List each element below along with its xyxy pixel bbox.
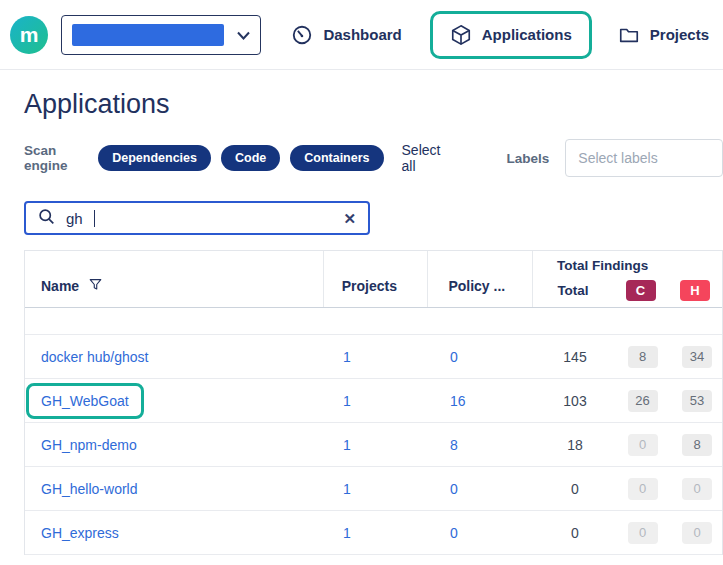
total-findings-subheader: Total C H: [533, 280, 722, 301]
nav-projects[interactable]: Projects: [618, 24, 709, 46]
high-count-badge: 53: [682, 390, 712, 412]
search-value: gh: [66, 210, 83, 227]
filter-pill-code[interactable]: Code: [221, 145, 280, 171]
filter-funnel-icon[interactable]: [89, 278, 102, 294]
total-findings-value: 145: [535, 349, 615, 365]
empty-spacer-row: [25, 308, 722, 335]
total-findings-value: 0: [535, 481, 615, 497]
app-name-link[interactable]: GH_hello-world: [41, 481, 137, 497]
table-row: docker hub/ghost 1 0 145 8 34: [25, 335, 722, 379]
search-icon: [38, 208, 55, 229]
projects-count-link[interactable]: 1: [343, 349, 351, 365]
dashboard-gauge-icon: [291, 24, 313, 46]
high-severity-badge: H: [680, 280, 710, 301]
labels-label: Labels: [507, 151, 550, 166]
critical-count-badge: 0: [628, 478, 658, 500]
table-row: GH_WebGoat 1 16 103 26 53: [25, 379, 722, 423]
nav-projects-label: Projects: [650, 26, 709, 43]
total-findings-group-label: Total Findings: [533, 258, 722, 273]
app-name-link[interactable]: GH_express: [41, 525, 119, 541]
labels-placeholder: Select labels: [578, 150, 657, 166]
policy-violations-link[interactable]: 8: [450, 437, 458, 453]
select-all-link[interactable]: Select all: [402, 142, 445, 174]
page-title: Applications: [24, 89, 723, 120]
total-findings-value: 18: [535, 437, 615, 453]
scan-engine-label: Scan engine: [24, 143, 84, 173]
column-header-name[interactable]: Name: [25, 251, 324, 307]
total-findings-value: 0: [535, 525, 615, 541]
critical-count-badge: 26: [628, 390, 658, 412]
org-selector-dropdown[interactable]: [61, 15, 261, 55]
column-group-total-findings: Total Findings Total C H: [533, 251, 722, 307]
labels-select[interactable]: Select labels: [565, 139, 723, 177]
critical-count-badge: 8: [628, 346, 658, 368]
nav-applications-active[interactable]: Applications: [430, 11, 592, 59]
projects-count-link[interactable]: 1: [343, 437, 351, 453]
table-row: GH_npm-demo 1 8 18 0 8: [25, 423, 722, 467]
mend-logo[interactable]: m: [10, 16, 48, 54]
nav-dashboard-label: Dashboard: [323, 26, 401, 43]
clear-search-icon[interactable]: ✕: [343, 211, 356, 226]
column-header-policy[interactable]: Policy ...: [428, 251, 533, 307]
nav-applications-label: Applications: [482, 26, 572, 43]
policy-violations-link[interactable]: 0: [450, 525, 458, 541]
main-nav: Dashboard Applications Projects: [283, 11, 709, 59]
critical-count-badge: 0: [628, 434, 658, 456]
projects-count-link[interactable]: 1: [343, 481, 351, 497]
policy-violations-link[interactable]: 0: [450, 481, 458, 497]
projects-count-link[interactable]: 1: [343, 525, 351, 541]
table-row: GH_express 1 0 0 0 0: [25, 511, 722, 555]
table-row: GH_hello-world 1 0 0 0 0: [25, 467, 722, 511]
chevron-down-icon: [237, 26, 250, 44]
policy-violations-link[interactable]: 16: [450, 393, 466, 409]
name-header-label: Name: [41, 278, 79, 294]
critical-count-badge: 0: [628, 522, 658, 544]
app-name-link[interactable]: docker hub/ghost: [41, 349, 148, 365]
high-count-badge: 34: [682, 346, 712, 368]
high-count-badge: 0: [682, 522, 712, 544]
search-input[interactable]: gh ✕: [24, 201, 370, 235]
high-count-badge: 8: [682, 434, 712, 456]
org-name-redacted: [72, 24, 224, 46]
nav-dashboard[interactable]: Dashboard: [291, 24, 401, 46]
total-findings-value: 103: [535, 393, 615, 409]
app-name-link[interactable]: GH_WebGoat: [41, 393, 129, 409]
critical-severity-badge: C: [626, 280, 656, 301]
top-navigation-bar: m Dashboard Applications Projects: [0, 0, 723, 70]
text-caret: [94, 210, 96, 227]
high-count-badge: 0: [682, 478, 712, 500]
mend-logo-glyph: m: [20, 23, 39, 47]
projects-folder-icon: [618, 24, 640, 46]
column-header-total: Total: [533, 283, 613, 298]
filter-pill-dependencies[interactable]: Dependencies: [98, 145, 211, 171]
applications-table: Name Projects Policy ... Total Findings …: [24, 250, 723, 555]
scan-engine-filter-row: Scan engine Dependencies Code Containers…: [24, 139, 723, 177]
table-header: Name Projects Policy ... Total Findings …: [25, 251, 722, 308]
filter-pill-containers[interactable]: Containers: [290, 145, 383, 171]
policy-violations-link[interactable]: 0: [450, 349, 458, 365]
applications-cube-icon: [450, 24, 472, 46]
column-header-projects[interactable]: Projects: [324, 251, 429, 307]
projects-count-link[interactable]: 1: [343, 393, 351, 409]
highlight-ring: GH_WebGoat: [26, 383, 144, 419]
app-name-link[interactable]: GH_npm-demo: [41, 437, 137, 453]
